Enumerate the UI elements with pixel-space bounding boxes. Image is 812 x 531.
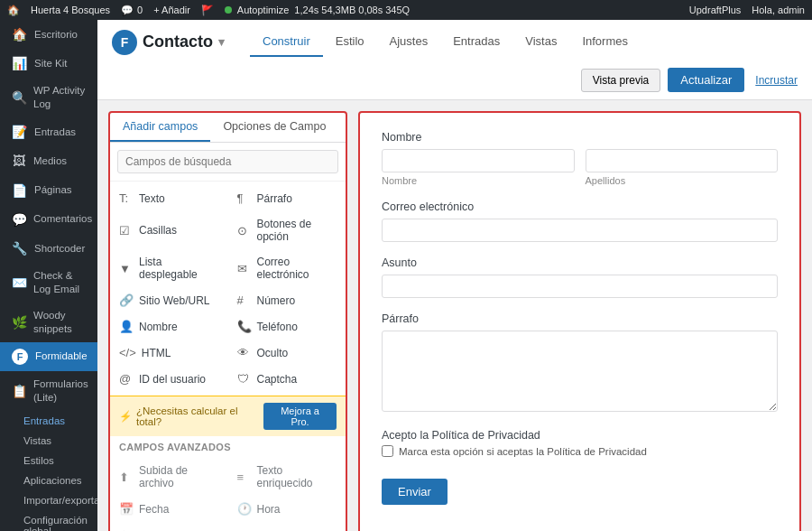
tab-estilo[interactable]: Estilo xyxy=(323,27,377,57)
apellidos-sub-label: Apellidos xyxy=(586,175,779,186)
field-fecha[interactable]: 📅 Fecha xyxy=(110,496,228,522)
sidebar-sub-aplicaciones[interactable]: Aplicaciones xyxy=(0,470,97,490)
html-icon: </> xyxy=(119,346,136,359)
field-id-usuario[interactable]: @ ID del usuario xyxy=(110,366,228,392)
nombre-row: Nombre Apellidos xyxy=(382,149,778,186)
correo-input[interactable] xyxy=(382,219,778,242)
comments-icon: 💬 xyxy=(12,211,26,228)
submit-button[interactable]: Enviar xyxy=(382,479,448,505)
apellidos-input[interactable] xyxy=(586,149,779,172)
tab-informes[interactable]: Informes xyxy=(569,27,641,57)
paragraph-icon: ¶ xyxy=(237,191,252,205)
sidebar-item-shortcoder[interactable]: 🔧 Shortcoder xyxy=(0,234,97,263)
field-subida-archivo[interactable]: ⬆ Subida de archivo xyxy=(110,458,228,496)
left-panel: Añadir campos Opciones de Campo T: Texto… xyxy=(108,111,347,531)
hidden-icon: 👁 xyxy=(237,346,252,359)
privacy-checkbox[interactable] xyxy=(382,445,393,457)
sidebar-item-site-kit[interactable]: 📊 Site Kit xyxy=(0,49,97,78)
field-numero[interactable]: # Número xyxy=(228,287,346,313)
upgrade-pro-button[interactable]: Mejora a Pro. xyxy=(263,403,337,430)
field-search-input[interactable] xyxy=(117,150,338,173)
field-telefono[interactable]: 📞 Teléfono xyxy=(228,313,346,340)
preview-button[interactable]: Vista previa xyxy=(581,69,660,92)
sidebar-item-formularios-lite[interactable]: 📋 Formularios (Lite) xyxy=(0,371,97,411)
pro-banner: ⚡ ¿Necesitas calcular el total? Mejora a… xyxy=(110,396,346,436)
formularios-icon: 📋 xyxy=(12,383,26,399)
phone-icon: 📞 xyxy=(237,320,252,333)
main-content: F Contacto ▾ Construir Estilo Ajustes En… xyxy=(97,20,812,531)
form-icon: F xyxy=(112,30,137,55)
userid-icon: @ xyxy=(119,372,134,386)
nombre-input[interactable] xyxy=(382,149,575,172)
site-name[interactable]: Huerta 4 Bosques xyxy=(31,5,110,15)
site-icon[interactable]: 🏠 xyxy=(7,5,20,16)
embed-button[interactable]: Incrustar xyxy=(755,74,798,87)
sidebar-item-entradas[interactable]: 📝 Entradas xyxy=(0,117,97,146)
field-texto-enriquecido[interactable]: ≡ Texto enriquecido xyxy=(228,458,346,496)
greeting: Hola, admin xyxy=(752,5,805,15)
panel-tab-add-fields[interactable]: Añadir campos xyxy=(110,113,210,142)
sidebar: 🏠 Escritorio 📊 Site Kit 🔍 WP Activity Lo… xyxy=(0,20,97,531)
field-lista-desplegable[interactable]: ▼ Lista desplegable xyxy=(110,249,228,287)
search-box xyxy=(110,143,346,182)
sidebar-item-escritorio[interactable]: 🏠 Escritorio xyxy=(0,20,97,49)
sidebar-sub-configuracion[interactable]: Configuración global xyxy=(0,510,97,531)
autoptimize-label: Autoptimize xyxy=(237,5,289,15)
field-co[interactable]: Co Co... xyxy=(228,522,346,531)
sidebar-sub-entradas[interactable]: Entradas xyxy=(0,411,97,431)
chevron-icon: ▾ xyxy=(218,35,225,49)
field-hora[interactable]: 🕐 Hora xyxy=(228,496,346,522)
fields-grid: T: Texto ¶ Párrafo ☑ Casillas ⊙ Botones … xyxy=(110,182,346,396)
pages-icon: 📄 xyxy=(12,182,27,199)
sidebar-item-wp-activity-log[interactable]: 🔍 WP Activity Log xyxy=(0,78,97,117)
tab-ajustes[interactable]: Ajustes xyxy=(377,27,441,57)
field-sitio-web[interactable]: 🔗 Sitio Web/URL xyxy=(110,287,228,313)
sidebar-sub-vistas[interactable]: Vistas xyxy=(0,431,97,451)
field-botones-opcion[interactable]: ⊙ Botones de opción xyxy=(228,211,346,249)
formidable-icon: F xyxy=(12,349,28,365)
tab-vistas[interactable]: Vistas xyxy=(512,27,569,57)
field-captcha[interactable]: 🛡 Captcha xyxy=(228,366,346,392)
panel-tab-options[interactable]: Opciones de Campo xyxy=(210,113,338,142)
builder-area: Añadir campos Opciones de Campo T: Texto… xyxy=(97,100,812,531)
parrafo-textarea[interactable] xyxy=(382,331,778,412)
updraft-label[interactable]: UpdraftPlus xyxy=(689,5,741,15)
sidebar-item-comentarios[interactable]: 💬 Comentarios xyxy=(0,205,97,234)
comments-count[interactable]: 💬 0 xyxy=(121,5,143,16)
mail-icon: ✉ xyxy=(237,262,252,275)
flag-icon: 🚩 xyxy=(201,5,214,16)
update-button[interactable]: Actualizar xyxy=(668,68,744,92)
link-icon: 🔗 xyxy=(119,293,134,307)
panel-tabs: Añadir campos Opciones de Campo xyxy=(110,113,346,143)
sidebar-sub-estilos[interactable]: Estilos xyxy=(0,451,97,470)
right-panel: Nombre Nombre Apellidos Correo xyxy=(358,111,801,531)
field-texto[interactable]: T: Texto xyxy=(110,185,228,211)
field-parrafo[interactable]: ¶ Párrafo xyxy=(228,185,346,211)
tab-entradas[interactable]: Entradas xyxy=(440,27,512,57)
tab-construir[interactable]: Construir xyxy=(250,27,323,57)
add-new-button[interactable]: + Añadir xyxy=(153,5,190,15)
field-correo-electronico[interactable]: ✉ Correo electrónico xyxy=(228,249,346,287)
sidebar-item-medios[interactable]: 🖼 Medios xyxy=(0,146,97,175)
field-calificacion[interactable]: ★ Calificación de xyxy=(110,522,228,531)
field-casillas[interactable]: ☑ Casillas xyxy=(110,211,228,249)
form-section-asunto: Asunto xyxy=(382,256,778,298)
sidebar-item-check-log[interactable]: ✉️ Check & Log Email xyxy=(0,263,97,303)
autoptimize-dot xyxy=(225,6,232,14)
posts-icon: 📝 xyxy=(12,124,27,140)
upload-icon: ⬆ xyxy=(119,470,134,484)
correo-label: Correo electrónico xyxy=(382,200,778,213)
sidebar-item-woody[interactable]: 🌿 Woody snippets xyxy=(0,303,97,342)
parrafo-label: Párrafo xyxy=(382,312,778,325)
sidebar-sub-importar[interactable]: Importar/exportar xyxy=(0,490,97,510)
sidebar-item-paginas[interactable]: 📄 Páginas xyxy=(0,176,97,205)
field-html[interactable]: </> HTML xyxy=(110,340,228,366)
header-actions: Vista previa Actualizar Incrustar xyxy=(581,68,798,92)
field-oculto[interactable]: 👁 Oculto xyxy=(228,340,346,366)
asunto-input[interactable] xyxy=(382,275,778,298)
sidebar-item-formidable[interactable]: F Formidable xyxy=(0,342,97,371)
email-icon: ✉️ xyxy=(12,275,26,291)
privacy-check-label: Marca esta opción si aceptas la Política… xyxy=(399,446,647,457)
advanced-fields-grid: ⬆ Subida de archivo ≡ Texto enriquecido … xyxy=(110,454,346,531)
field-nombre[interactable]: 👤 Nombre xyxy=(110,313,228,340)
